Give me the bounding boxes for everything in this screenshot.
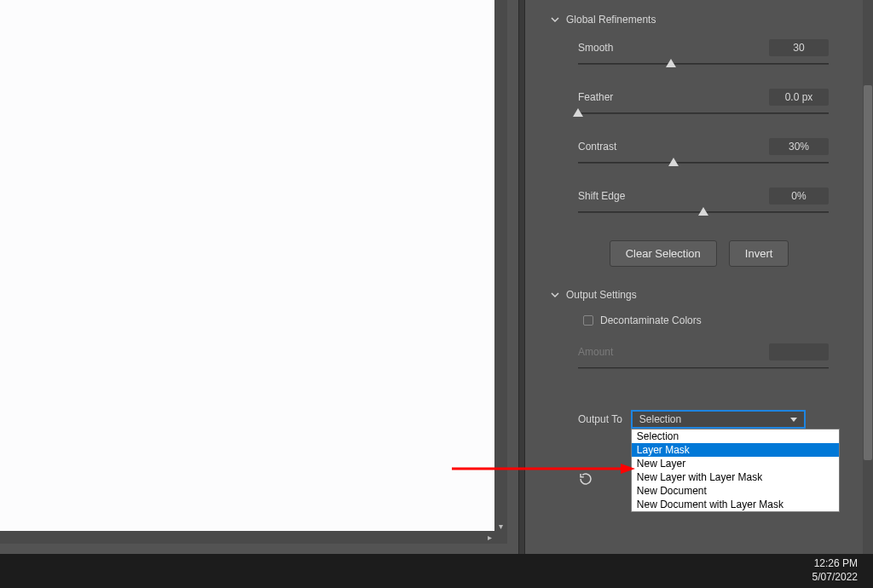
taskbar-clock[interactable]: 12:26 PM 5/07/2022	[812, 557, 858, 584]
slider-thumb[interactable]	[668, 158, 679, 166]
checkbox-label: Decontaminate Colors	[600, 314, 702, 326]
slider-thumb[interactable]	[573, 108, 583, 117]
slider-track[interactable]	[578, 159, 829, 174]
scrollbar-thumb[interactable]	[864, 85, 872, 460]
slider-smooth: Smooth 30	[525, 31, 873, 80]
chevron-right-icon[interactable]: ▸	[486, 531, 494, 544]
slider-track	[578, 364, 829, 379]
reset-icon[interactable]	[578, 471, 593, 487]
chevron-down-icon	[551, 291, 559, 299]
checkbox-icon[interactable]	[583, 315, 593, 326]
slider-track[interactable]	[578, 208, 829, 223]
taskbar-time: 12:26 PM	[812, 557, 858, 571]
chevron-down-icon	[551, 15, 559, 24]
slider-value-input[interactable]: 0.0 px	[769, 89, 829, 106]
slider-value-input[interactable]: 30	[769, 39, 829, 56]
canvas-scrollbar-vertical[interactable]: ▾	[494, 0, 507, 533]
slider-label: Shift Edge	[578, 190, 625, 202]
panel-scrollbar[interactable]	[863, 0, 873, 554]
canvas-scrollbar-horizontal[interactable]: ▸	[0, 531, 507, 544]
slider-feather: Feather 0.0 px	[525, 80, 873, 130]
slider-label: Smooth	[578, 42, 613, 54]
panel-divider[interactable]	[518, 0, 525, 554]
slider-value-input[interactable]: 0%	[769, 187, 829, 205]
slider-shift-edge: Shift Edge 0%	[525, 179, 873, 228]
chevron-down-icon	[790, 418, 797, 422]
slider-thumb[interactable]	[698, 207, 708, 216]
slider-label: Feather	[578, 91, 613, 103]
dropdown-list: Selection Layer Mask New Layer New Layer…	[631, 429, 840, 512]
slider-contrast: Contrast 30%	[525, 130, 873, 179]
slider-label: Contrast	[578, 141, 616, 153]
dropdown-item-layer-mask[interactable]: Layer Mask	[632, 443, 839, 457]
slider-amount: Amount	[525, 335, 873, 384]
properties-panel: Global Refinements Smooth 30 Feather 0.0…	[525, 0, 873, 554]
output-to-dropdown[interactable]: Selection Selection Layer Mask New Layer…	[631, 410, 806, 429]
slider-track[interactable]	[578, 60, 829, 75]
slider-value-input	[769, 343, 829, 360]
section-output-settings[interactable]: Output Settings	[525, 280, 873, 306]
dropdown-item-new-document[interactable]: New Document	[632, 484, 839, 498]
slider-label: Amount	[578, 346, 613, 358]
slider-value-input[interactable]: 30%	[769, 138, 829, 155]
dropdown-item-new-layer-with-layer-mask[interactable]: New Layer with Layer Mask	[632, 470, 839, 484]
slider-thumb[interactable]	[666, 59, 676, 67]
decontaminate-colors-checkbox[interactable]: Decontaminate Colors	[525, 306, 873, 335]
section-global-refinements[interactable]: Global Refinements	[525, 5, 873, 31]
clear-selection-button[interactable]: Clear Selection	[610, 240, 717, 267]
slider-track[interactable]	[578, 109, 829, 124]
invert-button[interactable]: Invert	[729, 240, 789, 267]
taskbar[interactable]: 12:26 PM 5/07/2022	[0, 554, 873, 588]
taskbar-date: 5/07/2022	[812, 571, 858, 585]
dropdown-selected: Selection	[639, 413, 681, 425]
output-to-label: Output To	[578, 413, 622, 425]
dropdown-item-new-layer[interactable]: New Layer	[632, 457, 839, 470]
canvas[interactable]	[0, 0, 494, 533]
dropdown-item-new-document-with-layer-mask[interactable]: New Document with Layer Mask	[632, 498, 839, 511]
section-title: Output Settings	[566, 289, 637, 301]
dropdown-item-selection[interactable]: Selection	[632, 429, 839, 443]
canvas-area: ▾ ▸	[0, 0, 507, 554]
section-title: Global Refinements	[566, 14, 656, 26]
